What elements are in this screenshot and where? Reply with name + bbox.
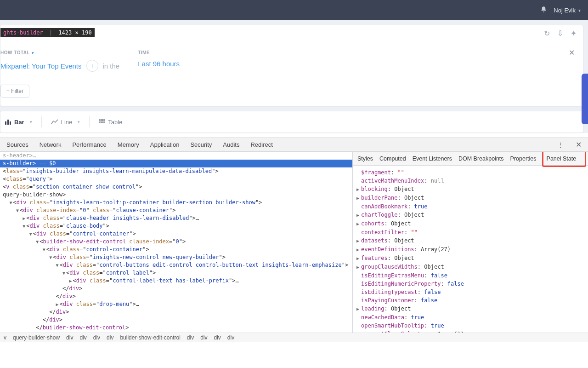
close-icon[interactable]: ✕ — [576, 140, 582, 149]
devtools-tab-audits[interactable]: Audits — [223, 141, 239, 148]
inspect-element-dimensions: 1423 × 190 — [56, 28, 94, 37]
devtools-side-panel: StylesComputedEvent ListenersDOM Breakpo… — [353, 152, 588, 333]
devtools-tab-memory[interactable]: Memory — [118, 141, 139, 148]
breadcrumb-item[interactable]: div — [200, 334, 207, 341]
dom-tree-row[interactable]: ▼<div class="control-container"> — [0, 246, 352, 253]
dom-tree-row[interactable]: ▼<div class="control-label"> — [0, 269, 352, 277]
property-row[interactable]: contextFilter: "" — [356, 228, 584, 236]
side-tab-properties[interactable]: Properties — [510, 155, 537, 162]
side-tab-computed[interactable]: Computed — [379, 155, 406, 162]
inspect-element-name: ghts-builder — [0, 28, 46, 37]
chevron-down-icon: ▾ — [78, 120, 80, 124]
dom-tree-row[interactable]: ▼<div class="control-buttons edit-contro… — [0, 261, 352, 269]
property-row[interactable]: ▶features: Object — [356, 254, 584, 263]
breadcrumb-item[interactable]: div — [187, 334, 194, 341]
dom-tree-row[interactable]: ▶<div class="drop-menu">… — [0, 300, 352, 308]
dom-tree-row[interactable]: </div> — [0, 285, 352, 293]
dom-tree-row[interactable]: </div> — [0, 293, 352, 300]
devtools-tab-application[interactable]: Application — [150, 141, 180, 148]
property-row[interactable]: $fragment: "" — [356, 168, 584, 177]
devtools-panel: SourcesNetworkPerformanceMemoryApplicati… — [0, 138, 588, 342]
refresh-icon[interactable]: ↻ — [544, 29, 550, 38]
property-row[interactable]: ▶chartToggle: Object — [356, 211, 584, 219]
property-row[interactable]: ▶cohorts: Object — [356, 219, 584, 228]
time-range-selector[interactable]: Last 96 hours — [138, 60, 180, 68]
dom-tree-row[interactable]: ▼<builder-show-edit-control clause-index… — [0, 238, 352, 246]
chart-type-table[interactable]: Table — [94, 116, 127, 128]
devtools-tab-sources[interactable]: Sources — [6, 141, 28, 148]
property-row[interactable]: isPayingCustomer: false — [356, 296, 584, 305]
property-row[interactable]: isEditingNumericProperty: false — [356, 280, 584, 288]
dom-tree-row[interactable]: <lass="insights-builder insights-learn-m… — [0, 167, 352, 175]
add-event-button[interactable]: + — [86, 60, 98, 72]
dom-tree-row[interactable]: <v class="section-container show-control… — [0, 183, 352, 191]
show-total-label[interactable]: HOW TOTAL ▾ — [0, 50, 119, 55]
user-menu[interactable]: Noj Evik ▾ — [554, 7, 581, 14]
dom-tree-row[interactable]: s-header>… — [0, 152, 352, 160]
dom-tree-row[interactable]: </builder-show-edit-control> — [0, 324, 352, 332]
dom-tree-row[interactable]: <class="query"> — [0, 175, 352, 183]
chevron-down-icon: ▾ — [30, 120, 32, 124]
dom-tree-row[interactable]: </div> — [0, 308, 352, 316]
query-builder-card: ghts-builder | 1423 × 190 ↻ ⇩ ✦ ✕ HOW TO… — [0, 25, 583, 106]
property-row[interactable]: activeMathMenuIndex: null — [356, 177, 584, 185]
property-row[interactable]: openSmartHubTooltip: true — [356, 322, 584, 330]
side-tab-dom-breakpoints[interactable]: DOM Breakpoints — [458, 155, 504, 162]
dom-tree-row[interactable]: </div> — [0, 316, 352, 324]
bar-chart-icon — [5, 119, 11, 125]
devtools-tab-network[interactable]: Network — [40, 141, 62, 148]
notifications-icon[interactable] — [540, 6, 547, 14]
property-row[interactable]: ▶blocking: Object — [356, 185, 584, 194]
dom-tree-row[interactable]: ▶<div class="clause-header insights-lear… — [0, 214, 352, 222]
property-row[interactable]: ▶loading: Object — [356, 305, 584, 313]
dom-tree-row[interactable]: ▼<div clause-index="0" class="clause-con… — [0, 207, 352, 214]
breadcrumb-item[interactable]: builder-show-edit-control — [120, 334, 180, 341]
property-row[interactable]: isEditingExtrasMenu: false — [356, 271, 584, 280]
breadcrumb-item[interactable]: div — [93, 334, 100, 341]
dom-tree-row[interactable]: s-builder> == $0 — [0, 160, 352, 167]
devtools-tab-security[interactable]: Security — [190, 141, 212, 148]
property-row[interactable]: newCachedData: true — [356, 313, 584, 322]
elements-dom-tree[interactable]: s-header>…s-builder> == $0<lass="insight… — [0, 152, 353, 333]
breadcrumb-item[interactable]: query-builder-show — [13, 334, 60, 341]
add-filter-button[interactable]: + Filter — [0, 85, 29, 98]
dom-tree-row[interactable]: ▼<div class="clause-body"> — [0, 222, 352, 230]
line-chart-icon — [51, 119, 58, 125]
breadcrumb-item[interactable]: div — [107, 334, 113, 341]
devtools-tab-redirect[interactable]: Redirect — [250, 141, 272, 148]
side-tab-styles[interactable]: Styles — [357, 155, 373, 162]
property-row[interactable]: ▶datasets: Object — [356, 236, 584, 245]
dom-tree-row[interactable]: ▼<div class="control-container"> — [0, 230, 352, 238]
dom-tree-row[interactable]: ▼<div class="insights-new-control new-qu… — [0, 253, 352, 261]
property-row[interactable]: isEditingTypecast: false — [356, 288, 584, 296]
chevron-down-icon: ▾ — [578, 8, 581, 13]
download-icon[interactable]: ⇩ — [557, 29, 563, 38]
property-row[interactable]: ▶groupClauseWidths: Object — [356, 263, 584, 271]
dom-tree-row[interactable]: query-builder-show> — [0, 191, 352, 199]
more-icon[interactable]: ⋮ — [558, 141, 565, 148]
bookmark-icon[interactable]: ✦ — [571, 29, 577, 38]
breadcrumb-item[interactable]: div — [227, 334, 234, 341]
breadcrumb-item[interactable]: div — [214, 334, 221, 341]
property-row[interactable]: ▶builderPane: Object — [356, 194, 584, 202]
breadcrumb-item[interactable]: div — [79, 334, 86, 341]
devtools-tab-performance[interactable]: Performance — [72, 141, 106, 148]
side-tab-event-listeners[interactable]: Event Listeners — [413, 155, 452, 162]
event-selector[interactable]: Mixpanel: Your Top Events — [0, 62, 82, 70]
breadcrumb-item[interactable]: v — [4, 334, 6, 341]
panel-state-properties[interactable]: $fragment: ""activeMathMenuIndex: null▶b… — [353, 166, 588, 333]
divider — [41, 116, 42, 127]
app-content: ghts-builder | 1423 × 190 ↻ ⇩ ✦ ✕ HOW TO… — [0, 20, 588, 133]
dom-tree-row[interactable]: ▶<div class="control-label-text has-labe… — [0, 277, 352, 285]
close-icon[interactable]: ✕ — [569, 48, 575, 57]
property-row[interactable]: canAddBookmark: true — [356, 202, 584, 211]
dom-tree-row[interactable]: ▼<div class="insights-learn-tooltip-cont… — [0, 199, 352, 207]
side-tab-panel-state[interactable]: Panel State — [543, 154, 580, 164]
chart-type-bar[interactable]: Bar ▾ — [0, 116, 37, 128]
property-row[interactable]: ▶eventDefinitions: Array(27) — [356, 245, 584, 254]
feedback-tab[interactable] — [582, 74, 588, 124]
chevron-down-icon: ▾ — [32, 51, 34, 55]
breadcrumb-item[interactable]: div — [66, 334, 73, 341]
dom-breadcrumb[interactable]: vquery-builder-showdivdivdivdivbuilder-s… — [0, 333, 588, 342]
chart-type-line[interactable]: Line ▾ — [46, 116, 85, 128]
